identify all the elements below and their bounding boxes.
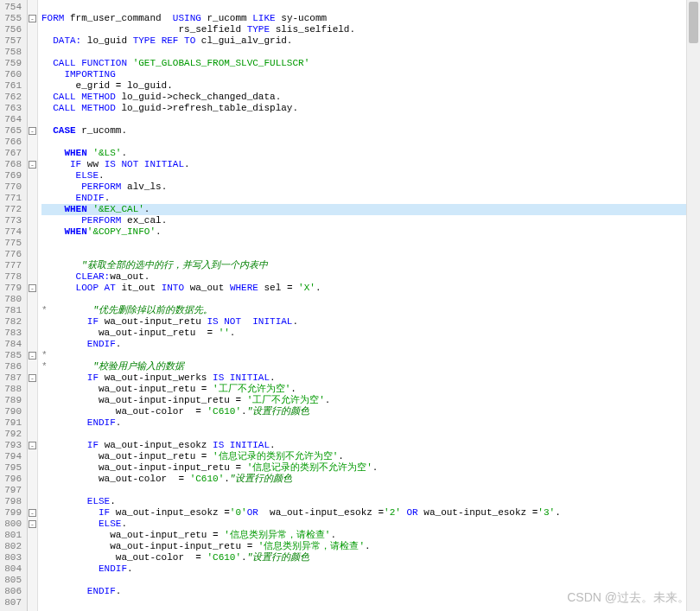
line-number: 806 (3, 586, 22, 597)
code-line[interactable]: ENDIF. (41, 193, 700, 204)
code-line[interactable]: wa_out-input_retu = '工厂不允许为空'. (41, 384, 700, 395)
code-line[interactable]: WHEN '&LS'. (41, 148, 700, 159)
watermark: CSDN @过去。未来。 (567, 590, 690, 606)
code-line[interactable]: IF wa_out-input_werks IS INITIAL. (41, 372, 700, 384)
line-number: 797 (3, 485, 22, 496)
line-number: 779 (3, 283, 22, 294)
line-number: 802 (3, 541, 22, 552)
code-line[interactable]: IF wa_out-input_esokz IS INITIAL. (41, 440, 700, 451)
code-line[interactable] (41, 485, 700, 496)
line-number: 799 (3, 507, 22, 519)
line-number: 765 (3, 125, 22, 137)
line-number: 791 (3, 417, 22, 429)
line-number: 798 (3, 496, 22, 507)
code-line[interactable]: CLEAR:wa_out. (41, 271, 700, 283)
code-line[interactable] (41, 575, 700, 586)
code-line[interactable] (41, 249, 700, 260)
code-line[interactable]: CALL FUNCTION 'GET_GLOBALS_FROM_SLVC_FUL… (41, 58, 700, 69)
code-line[interactable]: CALL METHOD lo_guid->refresh_table_displ… (41, 103, 700, 114)
code-line[interactable]: rs_selfield TYPE slis_selfield. (41, 24, 700, 35)
code-line[interactable]: "获取全部的选中的行，并写入到一个内表中 (41, 260, 700, 271)
line-number: 790 (3, 406, 22, 417)
fold-toggle-icon[interactable]: - (29, 374, 36, 382)
line-number: 786 (3, 361, 22, 372)
code-line[interactable]: CALL METHOD lo_guid->check_changed_data. (41, 92, 700, 103)
code-line[interactable] (41, 47, 700, 58)
code-line[interactable]: wa_out-input_retu = ''. (41, 328, 700, 339)
code-line[interactable]: ELSE. (41, 496, 700, 507)
code-line[interactable] (41, 238, 700, 249)
line-number: 776 (3, 249, 22, 260)
line-number: 782 (3, 316, 22, 328)
code-line[interactable] (41, 294, 700, 305)
code-line[interactable]: * (41, 350, 700, 361)
code-line[interactable] (41, 2, 700, 13)
code-line[interactable]: IMPORTING (41, 69, 700, 80)
code-editor: 7547557567577587597607617627637647657667… (0, 0, 700, 611)
fold-toggle-icon[interactable]: - (29, 161, 36, 169)
line-number: 773 (3, 215, 22, 226)
code-line[interactable]: wa_out-color = 'C610'."设置行的颜色 (41, 552, 700, 563)
fold-toggle-icon[interactable]: - (29, 127, 36, 135)
code-line[interactable]: e_grid = lo_guid. (41, 80, 700, 92)
code-line[interactable]: FORM frm_user_command USING r_ucomm LIKE… (41, 13, 700, 24)
line-number: 789 (3, 395, 22, 406)
vertical-scrollbar[interactable] (686, 0, 700, 611)
code-line[interactable]: PERFORM ex_cal. (41, 215, 700, 226)
line-number: 800 (3, 519, 22, 530)
code-line[interactable]: * "优先删除掉以前的数据先。 (41, 305, 700, 316)
line-number: 759 (3, 58, 22, 69)
code-line[interactable] (41, 137, 700, 148)
line-number: 755 (3, 13, 22, 24)
code-line[interactable]: wa_out-input-input_retu = '信息类别异常，请检查'. (41, 541, 700, 552)
code-line[interactable] (41, 114, 700, 125)
code-line[interactable]: LOOP AT it_out INTO wa_out WHERE sel = '… (41, 283, 700, 294)
line-number: 771 (3, 193, 22, 204)
line-number: 775 (3, 238, 22, 249)
line-number: 760 (3, 69, 22, 80)
code-line[interactable]: wa_out-input-input_retu = '工厂不允许为空'. (41, 395, 700, 406)
code-line[interactable]: WHEN '&EX_CAL'. (41, 204, 700, 215)
code-line[interactable]: PERFORM alv_ls. (41, 181, 700, 193)
code-line[interactable]: ENDIF. (41, 563, 700, 575)
code-line[interactable] (41, 429, 700, 440)
code-line[interactable]: wa_out-color = 'C610'."设置行的颜色 (41, 474, 700, 485)
line-number: 767 (3, 148, 22, 159)
line-number: 757 (3, 35, 22, 47)
line-number: 777 (3, 260, 22, 271)
code-line[interactable]: wa_out-color = 'C610'."设置行的颜色 (41, 406, 700, 417)
fold-gutter: --------- (28, 0, 38, 611)
code-line[interactable]: ELSE. (41, 519, 700, 530)
fold-toggle-icon[interactable]: - (29, 352, 36, 360)
code-line[interactable]: wa_out-input_retu = '信息类别异常，请检查'. (41, 530, 700, 541)
line-number: 783 (3, 328, 22, 339)
code-line[interactable]: WHEN'&COPY_INFO'. (41, 226, 700, 238)
scrollbar-thumb[interactable] (689, 2, 698, 43)
fold-toggle-icon[interactable]: - (29, 284, 36, 292)
code-line[interactable]: IF wa_out-input_esokz ='0'OR wa_out-inpu… (41, 507, 700, 519)
fold-toggle-icon[interactable]: - (29, 442, 36, 449)
code-area[interactable]: FORM frm_user_command USING r_ucomm LIKE… (38, 0, 700, 611)
line-number: 769 (3, 170, 22, 181)
fold-toggle-icon[interactable]: - (29, 15, 36, 22)
line-number: 788 (3, 384, 22, 395)
code-line[interactable]: CASE r_ucomm. (41, 125, 700, 137)
line-number: 781 (3, 305, 22, 316)
line-number: 807 (3, 597, 22, 608)
code-line[interactable]: IF ww IS NOT INITIAL. (41, 159, 700, 170)
line-number: 778 (3, 271, 22, 283)
code-line[interactable]: IF wa_out-input_retu IS NOT INITIAL. (41, 316, 700, 328)
code-line[interactable]: DATA: lo_guid TYPE REF TO cl_gui_alv_gri… (41, 35, 700, 47)
fold-toggle-icon[interactable]: - (29, 509, 36, 517)
fold-toggle-icon[interactable]: - (29, 520, 36, 528)
code-line[interactable]: * "校验用户输入的数据 (41, 361, 700, 372)
line-number: 774 (3, 226, 22, 238)
code-line[interactable]: ENDIF. (41, 339, 700, 350)
line-number: 793 (3, 440, 22, 451)
code-line[interactable]: ENDIF. (41, 417, 700, 429)
code-line[interactable]: wa_out-input-input_retu = '信息记录的类别不允许为空'… (41, 462, 700, 474)
code-line[interactable]: ELSE. (41, 170, 700, 181)
line-number: 787 (3, 372, 22, 384)
code-line[interactable]: wa_out-input_retu = '信息记录的类别不允许为空'. (41, 451, 700, 462)
line-number: 785 (3, 350, 22, 361)
